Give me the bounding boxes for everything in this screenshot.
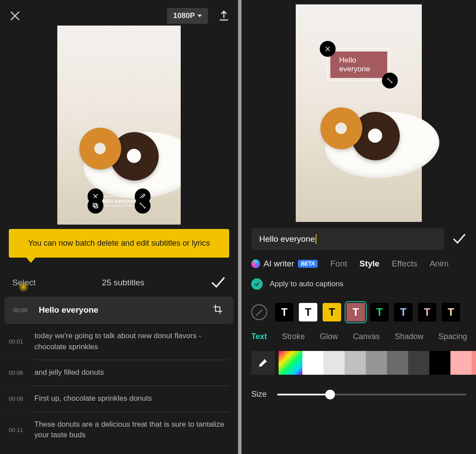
style-subtabs: Text Stroke Glow Canvas Shadow Spacing (242, 328, 476, 346)
subtitle-time: 00:00 (13, 307, 31, 314)
subtitle-row[interactable]: 00:08First up, chocolate sprinkles donut… (0, 386, 238, 412)
crop-icon[interactable] (212, 304, 223, 316)
color-swatch[interactable] (450, 351, 472, 375)
hint-tooltip-text: You can now batch delete and edit subtit… (28, 239, 210, 247)
subtab-canvas[interactable]: Canvas (353, 332, 380, 341)
tab-ai-writer-label: AI writer (264, 259, 294, 269)
style-preset[interactable]: T (323, 303, 341, 321)
style-presets-row: TTTTTTTT (242, 295, 476, 328)
subtitle-text: These donuts are a delicious treat that … (34, 419, 227, 441)
color-swatch[interactable] (302, 351, 324, 375)
video-preview-right[interactable]: Hello everyone (296, 4, 422, 222)
subtitle-row[interactable]: 00:00Hello everyone (4, 297, 234, 324)
left-header: 1080P (0, 0, 238, 26)
tab-style[interactable]: Style (360, 259, 379, 269)
color-swatch[interactable] (366, 351, 387, 375)
hint-pulse-icon (18, 282, 29, 292)
preview-area: Hello everyone (0, 26, 238, 225)
text-input-row: Hello everyone (242, 222, 476, 250)
style-preset[interactable]: T (346, 303, 365, 321)
subtitle-text-value: Hello everyone (259, 234, 315, 244)
subtab-shadow[interactable]: Shadow (395, 332, 424, 341)
subtab-text[interactable]: Text (251, 332, 267, 341)
subtab-stroke[interactable]: Stroke (282, 332, 305, 341)
preview-image (71, 119, 181, 198)
subtitle-time: 00:08 (9, 395, 26, 402)
tab-font[interactable]: Font (330, 259, 347, 269)
pane-separator (238, 0, 242, 454)
color-swatch[interactable] (408, 351, 429, 375)
beta-badge: BETA (298, 260, 318, 268)
subtitle-overlay-text: Hello everyone (100, 198, 138, 204)
subtitle-row[interactable]: 00:11These donuts are a delicious treat … (0, 412, 238, 448)
style-preset[interactable]: T (370, 303, 389, 321)
resolution-label: 1080P (173, 11, 195, 20)
subtitle-count: 25 subtitles (36, 278, 211, 288)
color-swatch[interactable] (324, 351, 345, 375)
apply-checkbox[interactable] (251, 278, 263, 290)
color-picker-row (242, 346, 476, 380)
subtitle-row[interactable]: 00:01today we're going to talk about new… (0, 324, 238, 360)
text-caret (316, 234, 316, 244)
export-icon[interactable] (218, 10, 230, 22)
subtitle-time: 00:01 (9, 338, 26, 345)
subtitle-text: and jelly filled donuts (34, 367, 227, 378)
subtab-spacing[interactable]: Spacing (439, 332, 467, 341)
color-swatch[interactable] (345, 351, 366, 375)
color-swatch[interactable] (472, 351, 476, 375)
subtitle-list-header: Select 25 subtitles (0, 269, 238, 297)
style-preset[interactable]: T (442, 303, 460, 321)
subtitle-row[interactable]: 00:06and jelly filled donuts (0, 360, 238, 386)
subtitle-overlay-text: Hello everyone (331, 52, 387, 78)
overlay-copy-button[interactable] (88, 198, 104, 214)
no-style-button[interactable] (251, 304, 267, 320)
resolution-button[interactable]: 1080P (167, 8, 208, 24)
video-preview[interactable]: Hello everyone (57, 26, 181, 225)
confirm-button[interactable] (211, 276, 226, 290)
preview-area-right: Hello everyone (242, 0, 476, 222)
overlay-delete-button[interactable] (320, 41, 336, 57)
subtitle-overlay[interactable]: Hello everyone (95, 196, 143, 206)
gradient-swatch[interactable] (279, 351, 302, 375)
tab-ai-writer[interactable]: AI writer BETA (251, 259, 318, 269)
subtitle-time: 00:06 (9, 369, 26, 376)
subtitle-text-input[interactable]: Hello everyone (251, 228, 444, 250)
size-label: Size (251, 390, 267, 399)
size-slider[interactable] (277, 390, 466, 399)
style-preset[interactable]: T (394, 303, 413, 321)
size-slider-row: Size (242, 380, 476, 399)
style-preset[interactable]: T (299, 303, 317, 321)
style-tabs: AI writer BETA Font Style Effects Anim (242, 250, 476, 273)
confirm-text-button[interactable] (452, 233, 466, 246)
style-preset[interactable]: T (275, 303, 294, 321)
color-swatch[interactable] (387, 351, 408, 375)
style-preset[interactable]: T (418, 303, 436, 321)
apply-to-captions-row[interactable]: Apply to auto captions (242, 273, 476, 295)
ai-gradient-icon (251, 259, 260, 268)
close-icon[interactable] (8, 9, 22, 23)
subtitle-text: today we're going to talk about new donu… (34, 331, 227, 352)
overlay-resize-button[interactable] (382, 73, 398, 89)
subtitle-text: Hello everyone (39, 304, 205, 316)
tab-animation[interactable]: Anim (430, 259, 449, 269)
subtab-glow[interactable]: Glow (320, 332, 338, 341)
tab-effects[interactable]: Effects (392, 259, 417, 269)
overlay-resize-button[interactable] (134, 198, 150, 214)
subtitle-overlay[interactable]: Hello everyone (327, 48, 390, 81)
caret-down-icon (197, 15, 202, 17)
subtitle-list: 00:00Hello everyone00:01today we're goin… (0, 297, 238, 448)
style-pane: Hello everyone Hello everyone AI writer … (242, 0, 476, 454)
subtitles-pane: 1080P Hello everyone You can now batch d… (0, 0, 238, 454)
preview-image (312, 99, 422, 178)
subtitle-text: First up, chocolate sprinkles donuts (34, 393, 227, 404)
apply-label: Apply to auto captions (270, 280, 343, 288)
eyedropper-button[interactable] (251, 351, 275, 375)
hint-tooltip: You can now batch delete and edit subtit… (9, 229, 229, 258)
color-swatch[interactable] (429, 351, 450, 375)
subtitle-time: 00:11 (9, 427, 26, 433)
